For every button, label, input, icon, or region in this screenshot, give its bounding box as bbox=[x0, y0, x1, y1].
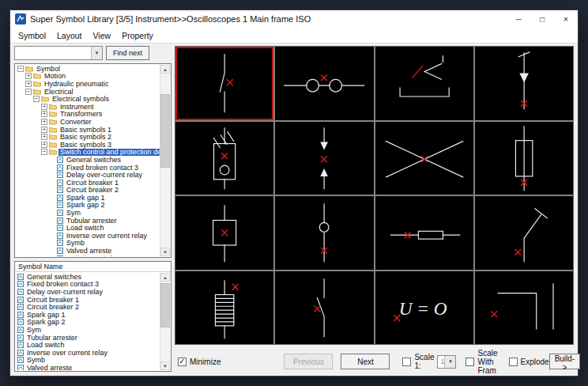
scroll-up-icon[interactable]: ▲ bbox=[160, 65, 170, 74]
list-item-spark-gap-2[interactable]: Spark gap 2 bbox=[16, 319, 160, 327]
symbol-tile-8[interactable] bbox=[475, 122, 573, 195]
explode-checkbox-box[interactable] bbox=[509, 358, 518, 366]
list-scroll-track[interactable] bbox=[160, 282, 170, 361]
symbol-tile-16[interactable] bbox=[475, 271, 573, 345]
tree-item-delay-over-current-relay[interactable]: Delay over-current relay bbox=[16, 171, 160, 179]
list-item-circuit-breaker-1[interactable]: Circuit breaker 1 bbox=[16, 296, 160, 304]
tree-item-spark-gap-2[interactable]: Spark gap 2 bbox=[16, 202, 160, 210]
tree-scroll-track[interactable] bbox=[160, 74, 170, 248]
expand-icon[interactable]: + bbox=[41, 127, 47, 133]
tree-item-circuit-breaker-2[interactable]: Circuit breaker 2 bbox=[16, 187, 160, 195]
expand-icon[interactable]: + bbox=[41, 119, 47, 125]
expand-icon[interactable]: + bbox=[41, 142, 47, 148]
expand-icon[interactable]: + bbox=[41, 111, 47, 117]
scale-combo-dropdown-icon[interactable]: ▼ bbox=[444, 356, 455, 368]
list-item-valved-arreste[interactable]: Valved arreste bbox=[16, 364, 160, 370]
symbol-tile-9[interactable] bbox=[175, 196, 273, 270]
tree-item-fixed-broken-contact-3[interactable]: Fixed broken contact 3 bbox=[16, 164, 160, 172]
tree-scrollbar[interactable]: ▲ ▼ bbox=[160, 65, 170, 256]
combo-dropdown-icon[interactable]: ▼ bbox=[91, 47, 102, 59]
symbol-tile-5[interactable] bbox=[175, 122, 273, 195]
symbol-tile-3[interactable] bbox=[375, 47, 473, 120]
tree-item-converter[interactable]: +Converter bbox=[16, 118, 160, 126]
expand-icon[interactable]: + bbox=[25, 81, 32, 87]
tree-item-basic-symbols-2[interactable]: +Basic symbols 2 bbox=[16, 133, 160, 141]
expand-icon[interactable]: + bbox=[25, 73, 32, 79]
minimize-checkbox-box[interactable] bbox=[178, 358, 187, 366]
menu-item-symbol[interactable]: Symbol bbox=[13, 29, 51, 42]
symbol-tile-11[interactable] bbox=[375, 196, 473, 270]
close-window-button[interactable]: × bbox=[554, 10, 578, 28]
menu-item-view[interactable]: View bbox=[88, 29, 117, 42]
tree-item-basic-symbols-1[interactable]: +Basic symbols 1 bbox=[16, 126, 160, 134]
collapse-icon[interactable]: − bbox=[25, 89, 32, 95]
tree-item-switch-control-and-protection-devices[interactable]: −Switch control and protection devices bbox=[16, 149, 160, 157]
scale-checkbox-box[interactable] bbox=[402, 358, 411, 366]
symbol-name-column-header[interactable]: Symbol Name bbox=[15, 262, 171, 272]
find-next-button[interactable]: Find next bbox=[106, 46, 149, 60]
explode-checkbox[interactable]: Explode bbox=[509, 358, 549, 366]
list-item-spark-gap-1[interactable]: Spark gap 1 bbox=[16, 311, 160, 319]
minimize-checkbox[interactable]: Minimize bbox=[178, 358, 220, 366]
list-item-symb[interactable]: Symb bbox=[16, 357, 160, 365]
collapse-icon[interactable]: − bbox=[17, 66, 24, 72]
tree-item-isolating-switch[interactable]: Isolating switch bbox=[16, 255, 160, 256]
list-item-delay-over-current-relay[interactable]: Delay over-current relay bbox=[16, 288, 160, 296]
tree-item-sym[interactable]: Sym bbox=[16, 209, 160, 217]
tree-item-tubular-arrester[interactable]: Tubular arrester bbox=[16, 217, 160, 225]
list-item-tubular-arrester[interactable]: Tubular arrester bbox=[16, 334, 160, 342]
tree-item-instrument[interactable]: +Instrument bbox=[16, 103, 160, 111]
tree-item-symbol[interactable]: −Symbol bbox=[16, 65, 160, 73]
collapse-icon[interactable]: − bbox=[41, 149, 47, 155]
scroll-down-icon[interactable]: ▼ bbox=[160, 248, 170, 256]
symbol-tile-6[interactable] bbox=[275, 122, 373, 195]
build-button[interactable]: Build-> bbox=[549, 354, 581, 369]
tree-item-transformers[interactable]: +Transformers bbox=[16, 111, 160, 119]
maximize-window-button[interactable]: □ bbox=[530, 10, 554, 28]
scale-with-frame-checkbox[interactable]: Scale With Fram bbox=[466, 349, 497, 375]
tree-item-hydraulic-pneumatic[interactable]: +Hydraulic pneumatic bbox=[16, 80, 160, 88]
next-button[interactable]: Next bbox=[341, 354, 390, 369]
search-combo[interactable]: ▼ bbox=[14, 46, 103, 60]
scrollbar-thumb[interactable] bbox=[160, 283, 170, 327]
scroll-up-icon[interactable]: ▲ bbox=[160, 273, 170, 282]
list-item-circuit-breaker-2[interactable]: Circuit breaker 2 bbox=[16, 303, 160, 311]
tree-item-symb[interactable]: Symb bbox=[16, 240, 160, 248]
expand-icon[interactable]: + bbox=[41, 104, 47, 110]
tree-item-general-switches[interactable]: General switches bbox=[16, 156, 160, 164]
list-item-fixed-broken-contact-3[interactable]: Fixed broken contact 3 bbox=[16, 281, 160, 289]
symbol-tile-13[interactable] bbox=[175, 271, 273, 345]
symbol-tile-12[interactable] bbox=[475, 196, 573, 270]
tree-item-load-switch[interactable]: Load switch bbox=[16, 224, 160, 232]
minimize-window-button[interactable]: ─ bbox=[507, 10, 530, 28]
scale-with-frame-checkbox-box[interactable] bbox=[466, 358, 474, 366]
expand-icon[interactable]: + bbox=[41, 134, 47, 140]
symbol-tile-15[interactable]: U = O bbox=[375, 271, 473, 345]
list-item-inverse-over-current-relay[interactable]: Inverse over current relay bbox=[16, 349, 160, 357]
collapse-icon[interactable]: − bbox=[33, 96, 40, 102]
scrollbar-thumb[interactable] bbox=[160, 94, 170, 167]
previous-button[interactable]: Previous bbox=[284, 354, 333, 369]
menu-item-property[interactable]: Property bbox=[116, 29, 159, 42]
symbol-tile-10[interactable] bbox=[275, 196, 373, 270]
symbol-tile-7[interactable] bbox=[375, 122, 473, 195]
tree-item-electrical[interactable]: −Electrical bbox=[16, 88, 160, 96]
symbol-tile-2[interactable] bbox=[275, 47, 373, 120]
list-item-general-switches[interactable]: General switches bbox=[16, 273, 160, 281]
menu-item-layout[interactable]: Layout bbox=[51, 29, 88, 42]
symbol-tile-14[interactable] bbox=[275, 271, 373, 345]
scale-checkbox[interactable]: Scale 1: bbox=[402, 353, 434, 370]
scale-value-combo[interactable]: 1 ▼ bbox=[437, 355, 456, 369]
list-scrollbar[interactable]: ▲ ▼ bbox=[160, 273, 170, 370]
list-item-load-switch[interactable]: Load switch bbox=[16, 341, 160, 349]
tree-item-inverse-over-current-relay[interactable]: Inverse over current relay bbox=[16, 232, 160, 240]
tree-item-valved-arreste[interactable]: Valved arreste bbox=[16, 247, 160, 255]
symbol-tile-1[interactable] bbox=[175, 47, 273, 120]
symbol-tile-4[interactable] bbox=[475, 47, 573, 120]
list-item-sym[interactable]: Sym bbox=[16, 326, 160, 334]
tree-item-motion[interactable]: +Motion bbox=[16, 73, 160, 81]
scroll-down-icon[interactable]: ▼ bbox=[160, 361, 170, 370]
tree-item-electrical-symbols[interactable]: −Electrical symbols bbox=[16, 95, 160, 103]
tree-item-spark-gap-1[interactable]: Spark gap 1 bbox=[16, 194, 160, 202]
tree-item-circuit-breaker-1[interactable]: Circuit breaker 1 bbox=[16, 179, 160, 187]
